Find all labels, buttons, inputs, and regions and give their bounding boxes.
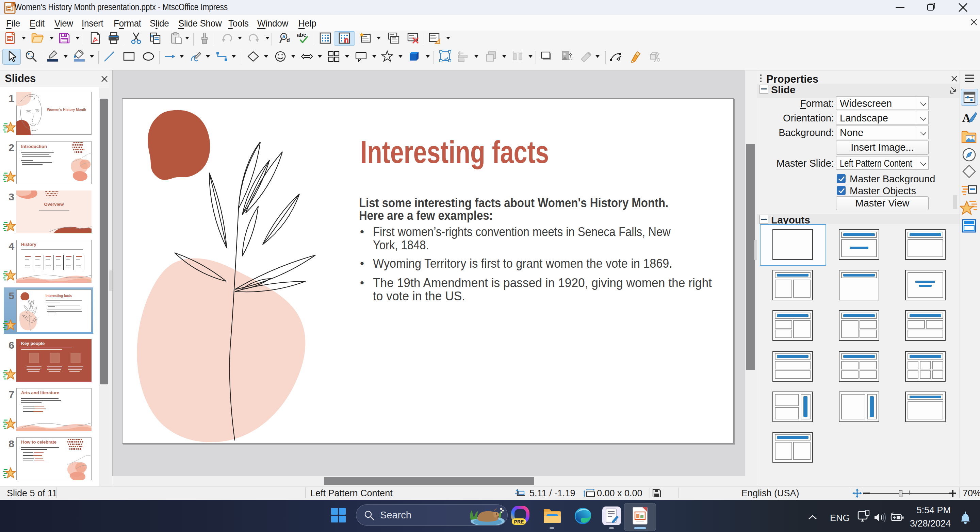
svg-text:abc: abc xyxy=(297,32,306,38)
svg-text:PRE: PRE xyxy=(514,519,524,524)
svg-text:d: d xyxy=(286,37,290,43)
svg-text:a: a xyxy=(282,33,285,39)
